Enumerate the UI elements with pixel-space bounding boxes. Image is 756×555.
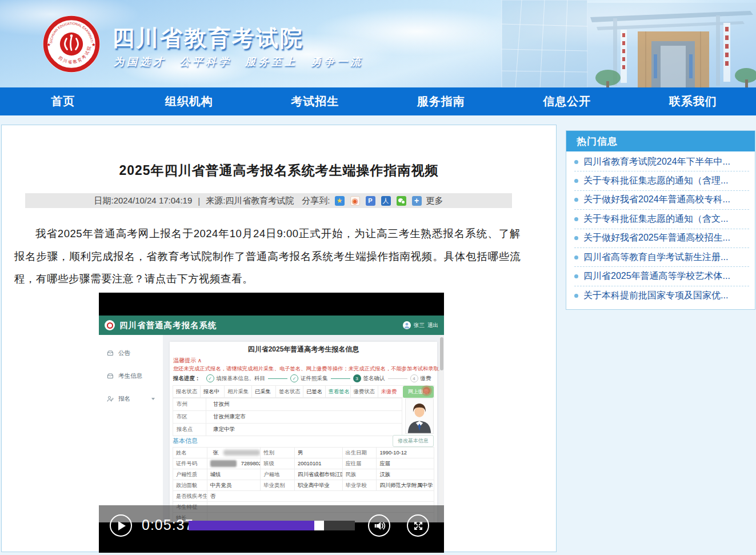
cell-value: 1990-10-12 (377, 448, 434, 458)
status-label: 签名状态 (276, 386, 303, 397)
share-more-link[interactable]: 更多 (426, 195, 443, 206)
cell-label: 毕业学校 (343, 480, 377, 490)
fullscreen-button[interactable] (407, 514, 429, 537)
avatar-icon (403, 321, 411, 329)
redacted-blur (223, 450, 260, 456)
hot-link[interactable]: 关于做好我省2025年普通高校招生... (583, 232, 730, 244)
cell-value: 否 (207, 491, 434, 501)
article-meta-bar: 日期:2024/10/24 17:04:19 | 来源:四川省教育考试院 分享到… (25, 193, 512, 208)
cell-label: 户籍地 (261, 469, 295, 480)
nav-item-home[interactable]: 首页 (0, 87, 126, 115)
cell-value: 7289802 (207, 458, 261, 469)
nav-item-exam-enrollment[interactable]: 考试招生 (252, 87, 378, 115)
app-title: 四川省普通高考报名系统 (119, 320, 217, 331)
article-date: 日期:2024/10/24 17:04:19 (94, 195, 192, 206)
wechat-icon[interactable] (397, 196, 406, 206)
progress-bar[interactable] (189, 521, 355, 530)
site-title: 四川省教育考试院 (112, 23, 304, 54)
hot-link[interactable]: 关于专科批征集志愿的通知（含文... (583, 213, 728, 225)
step-label: 签名确认 (363, 375, 385, 382)
cell-label: 班级 (261, 458, 295, 469)
pengyou-icon[interactable] (366, 196, 375, 206)
cell-value: 康定中学 (206, 426, 235, 433)
table-row: 报名点 康定中学 (173, 424, 402, 436)
nav-item-organization[interactable]: 组织机构 (126, 87, 253, 115)
app-sidebar: 公告 考生信息 报名 (99, 335, 163, 522)
list-item[interactable]: 关于专科批征集志愿的通知（含理... (574, 171, 749, 190)
more-plus-icon[interactable] (412, 196, 422, 206)
app-menu-label: 公告 (118, 349, 130, 357)
hot-link[interactable]: 关于做好我省2024年普通高校专科... (583, 194, 730, 206)
cell-value: 四川省成都市锦江区 (295, 469, 343, 480)
candidate-info-icon (107, 373, 114, 380)
cell-label: 证件号码 (173, 458, 207, 469)
cell-label: 报名点 (173, 424, 206, 436)
play-button[interactable] (110, 514, 132, 537)
cell-label: 应往届 (343, 458, 377, 469)
volume-button[interactable] (368, 514, 390, 537)
article-body: 我省2025年普通高考网上报名于2024年10月24日9:00正式开始，为让高三… (14, 222, 521, 290)
video-player[interactable]: 四川省普通高考报名系统 张三 退出 (99, 293, 444, 553)
chevron-down-icon (151, 398, 155, 400)
cursor-highlight (423, 387, 430, 394)
step-todo-badge: 4 (410, 374, 418, 382)
app-scrollbar-thumb (440, 337, 443, 370)
bullet-icon (574, 217, 578, 221)
hot-link[interactable]: 四川省高等教育自学考试新生注册... (583, 251, 728, 263)
hot-link[interactable]: 关于专科批征集志愿的通知（含理... (583, 175, 728, 187)
app-menu-label: 报名 (118, 395, 130, 403)
site-banner: SICHUAN EDUCATIONAL EXAMINATION AUTHORIT… (0, 0, 756, 87)
renren-icon[interactable] (381, 196, 391, 206)
edit-basic-info-button: 修改基本信息 (393, 435, 434, 447)
table-row: 政治面貌 中共党员 毕业类别 职业高中毕业 毕业学校 四川师范大学附属中学 (173, 480, 434, 491)
hot-link[interactable]: 四川省2025年普通高等学校艺术体... (583, 270, 730, 282)
hot-info-list: 四川省教育考试院2024年下半年中... 关于专科批征集志愿的通知（含理... … (566, 151, 755, 305)
redacted-blur (210, 460, 237, 467)
progress-label: 报名进度： (173, 375, 201, 382)
table-row: 证件号码 7289802 班级 20010101 应往届 应届 (173, 458, 434, 469)
cell-label: 姓名 (173, 448, 207, 458)
cell-value: 职业高中毕业 (295, 480, 343, 490)
app-menu-announcements: 公告 (99, 342, 163, 365)
nav-item-info-disclosure[interactable]: 信息公开 (504, 87, 630, 115)
bullet-icon (574, 160, 578, 164)
hot-link[interactable]: 四川省教育考试院2024年下半年中... (583, 156, 730, 168)
list-item[interactable]: 关于做好我省2025年普通高校招生... (574, 229, 749, 248)
basic-info-header: 基本信息 修改基本信息 (173, 435, 434, 447)
table-row: 是否残疾考生 否 (173, 491, 434, 502)
status-label: 报名状态 (173, 386, 201, 397)
list-item[interactable]: 关于本科提前批国家专项及国家优... (574, 286, 749, 305)
list-item[interactable]: 四川省2025年普通高等学校艺术体... (574, 267, 749, 286)
list-item[interactable]: 关于专科批征集志愿的通知（含文... (574, 210, 749, 229)
site-logo[interactable]: SICHUAN EDUCATIONAL EXAMINATION AUTHORIT… (41, 14, 102, 74)
list-item[interactable]: 四川省教育考试院2024年下半年中... (574, 153, 749, 171)
cell-label: 政治面貌 (173, 480, 207, 490)
bullet-icon (574, 274, 578, 278)
hot-link[interactable]: 关于本科提前批国家专项及国家优... (583, 290, 728, 302)
article-panel: 2025年四川省普通高考报名系统考生端操作指南视频 日期:2024/10/24 … (1, 125, 557, 552)
weibo-icon[interactable] (350, 196, 360, 206)
cell-value: 甘孜州康定市 (206, 413, 246, 421)
cell-value: 张三 (207, 448, 261, 458)
cell-value: 四川师范大学附属中学 (377, 480, 434, 490)
play-icon (118, 521, 126, 530)
cell-label: 民族 (343, 469, 377, 480)
nav-item-contact-us[interactable]: 联系我们 (630, 87, 756, 115)
list-item[interactable]: 四川省高等教育自学考试新生注册... (574, 248, 749, 267)
bullet-icon (574, 255, 578, 259)
table-row: 姓名 张三 性别 男 出生日期 1990-10-12 (173, 448, 434, 458)
id-photo (405, 398, 434, 434)
cell-label: 出生日期 (343, 448, 377, 458)
list-item[interactable]: 关于做好我省2024年普通高校专科... (574, 191, 749, 210)
cell-label: 是否残疾考生 (173, 491, 207, 501)
qzone-icon[interactable] (335, 196, 345, 206)
step-current-badge: 3 (353, 374, 361, 382)
app-page-title: 四川省2025年普通高考考生报名信息 (170, 345, 437, 354)
status-label: 缴费状态 (351, 386, 378, 397)
app-logo-icon (105, 320, 115, 330)
progress-handle[interactable] (314, 521, 324, 530)
nav-item-service-guide[interactable]: 服务指南 (378, 87, 505, 115)
cell-label: 户籍性质 (173, 469, 207, 480)
page: SICHUAN EDUCATIONAL EXAMINATION AUTHORIT… (0, 0, 756, 555)
table-row: 市州 甘孜州 (173, 398, 402, 411)
